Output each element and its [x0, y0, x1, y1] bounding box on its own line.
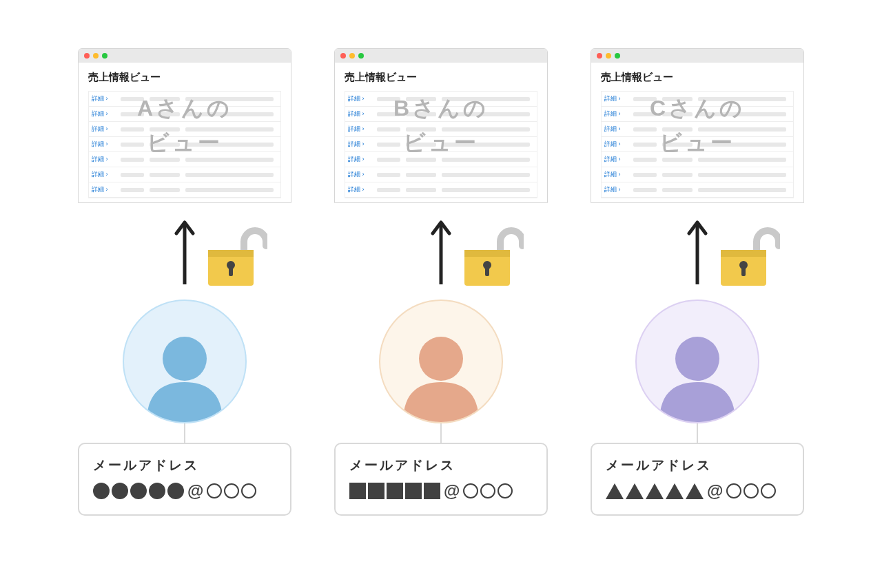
- detail-link[interactable]: 詳細: [602, 125, 629, 134]
- mask-open-circle-icon: [498, 483, 513, 498]
- connector-line: [697, 423, 698, 443]
- detail-link[interactable]: 詳細: [345, 140, 373, 149]
- detail-link[interactable]: 詳細: [345, 185, 373, 194]
- detail-link[interactable]: 詳細: [89, 140, 116, 149]
- table-row: 詳細: [89, 137, 280, 152]
- table-row: 詳細: [89, 92, 280, 107]
- svg-point-17: [675, 337, 719, 381]
- browser-window: 売上情報ビュー 詳細 詳細 詳細 詳細 詳細 詳細 詳細 Aさんの ビュ: [78, 48, 291, 203]
- table-row: 詳細: [345, 182, 537, 198]
- view-title: 売上情報ビュー: [345, 71, 537, 84]
- mask-circle-icon: [167, 483, 184, 499]
- traffic-light-minimize-icon[interactable]: [349, 53, 355, 59]
- person-silhouette-icon: [396, 326, 486, 422]
- svg-rect-4: [229, 266, 233, 276]
- svg-rect-14: [721, 250, 766, 257]
- mask-triangle-icon: [666, 483, 684, 499]
- unlocked-padlock-icon: [460, 224, 524, 290]
- email-card: メールアドレス @: [78, 443, 291, 516]
- mask-circle-icon: [112, 483, 128, 499]
- mask-triangle-icon: [686, 483, 704, 499]
- mask-open-circle-icon: [207, 483, 222, 498]
- table-row: 詳細: [602, 137, 793, 152]
- detail-link[interactable]: 詳細: [89, 155, 116, 164]
- detail-link[interactable]: 詳細: [89, 125, 116, 134]
- mask-square-icon: [424, 483, 440, 499]
- email-label: メールアドレス: [349, 456, 533, 474]
- detail-link[interactable]: 詳細: [89, 94, 116, 103]
- traffic-light-close-icon[interactable]: [597, 53, 602, 59]
- table-row: 詳細: [345, 122, 537, 137]
- svg-rect-8: [464, 250, 510, 257]
- mask-circle-icon: [149, 483, 165, 499]
- data-table: 詳細 詳細 詳細 詳細 詳細 詳細 詳細: [601, 91, 794, 198]
- user-avatar: [635, 300, 759, 423]
- traffic-light-close-icon[interactable]: [340, 53, 346, 59]
- browser-window: 売上情報ビュー 詳細 詳細 詳細 詳細 詳細 詳細 詳細 Bさんの ビュ: [334, 48, 548, 203]
- detail-link[interactable]: 詳細: [89, 109, 116, 118]
- arrow-lock-group: [334, 210, 548, 300]
- mask-open-circle-icon: [224, 483, 239, 498]
- mask-square-icon: [349, 483, 366, 499]
- up-arrow-icon: [687, 217, 708, 286]
- user-column-1: 売上情報ビュー 詳細 詳細 詳細 詳細 詳細 詳細 詳細 Bさんの ビュ: [334, 48, 548, 516]
- detail-link[interactable]: 詳細: [602, 94, 629, 103]
- email-masked-value: @: [349, 481, 533, 501]
- user-avatar: [379, 300, 503, 423]
- email-card: メールアドレス @: [334, 443, 548, 516]
- person-silhouette-icon: [653, 326, 742, 422]
- table-row: 詳細: [602, 152, 793, 167]
- detail-link[interactable]: 詳細: [602, 185, 629, 194]
- data-table: 詳細 詳細 詳細 詳細 詳細 詳細 詳細: [88, 91, 281, 198]
- detail-link[interactable]: 詳細: [602, 109, 629, 118]
- person-silhouette-icon: [140, 326, 229, 422]
- view-title: 売上情報ビュー: [601, 71, 794, 84]
- unlocked-padlock-icon: [717, 224, 780, 290]
- svg-point-5: [163, 337, 207, 381]
- user-avatar: [123, 300, 247, 423]
- data-table: 詳細 詳細 詳細 詳細 詳細 詳細 詳細: [345, 91, 537, 198]
- traffic-light-zoom-icon[interactable]: [615, 53, 620, 59]
- user-column-2: 売上情報ビュー 詳細 詳細 詳細 詳細 詳細 詳細 詳細 Cさんの ビュ: [591, 48, 804, 516]
- traffic-light-zoom-icon[interactable]: [358, 53, 364, 59]
- detail-link[interactable]: 詳細: [602, 155, 629, 164]
- mask-open-circle-icon: [241, 483, 256, 498]
- svg-rect-10: [485, 266, 489, 276]
- detail-link[interactable]: 詳細: [345, 109, 373, 118]
- table-row: 詳細: [345, 137, 537, 152]
- traffic-light-minimize-icon[interactable]: [93, 53, 99, 59]
- at-symbol: @: [706, 481, 724, 501]
- table-row: 詳細: [89, 107, 280, 122]
- mask-square-icon: [405, 483, 422, 499]
- table-row: 詳細: [602, 92, 793, 107]
- svg-rect-2: [208, 250, 254, 257]
- detail-link[interactable]: 詳細: [89, 170, 116, 179]
- table-row: 詳細: [89, 122, 280, 137]
- up-arrow-icon: [431, 217, 451, 286]
- detail-link[interactable]: 詳細: [89, 185, 116, 194]
- mask-triangle-icon: [646, 483, 664, 499]
- table-row: 詳細: [602, 167, 793, 182]
- traffic-light-close-icon[interactable]: [84, 53, 90, 59]
- detail-link[interactable]: 詳細: [345, 155, 373, 164]
- unlocked-padlock-icon: [204, 224, 267, 290]
- detail-link[interactable]: 詳細: [345, 125, 373, 134]
- email-label: メールアドレス: [93, 456, 276, 474]
- window-titlebar: [335, 49, 547, 63]
- table-row: 詳細: [602, 122, 793, 137]
- traffic-light-minimize-icon[interactable]: [606, 53, 611, 59]
- email-card: メールアドレス @: [591, 443, 804, 516]
- table-row: 詳細: [345, 152, 537, 167]
- detail-link[interactable]: 詳細: [345, 170, 373, 179]
- view-title: 売上情報ビュー: [88, 71, 281, 84]
- mask-open-circle-icon: [480, 483, 495, 498]
- mask-open-circle-icon: [726, 483, 741, 498]
- arrow-lock-group: [78, 210, 291, 300]
- detail-link[interactable]: 詳細: [602, 140, 629, 149]
- table-row: 詳細: [602, 182, 793, 198]
- detail-link[interactable]: 詳細: [602, 170, 629, 179]
- detail-link[interactable]: 詳細: [345, 94, 373, 103]
- connector-line: [184, 423, 185, 443]
- traffic-light-zoom-icon[interactable]: [102, 53, 107, 59]
- user-column-0: 売上情報ビュー 詳細 詳細 詳細 詳細 詳細 詳細 詳細 Aさんの ビュ: [78, 48, 291, 516]
